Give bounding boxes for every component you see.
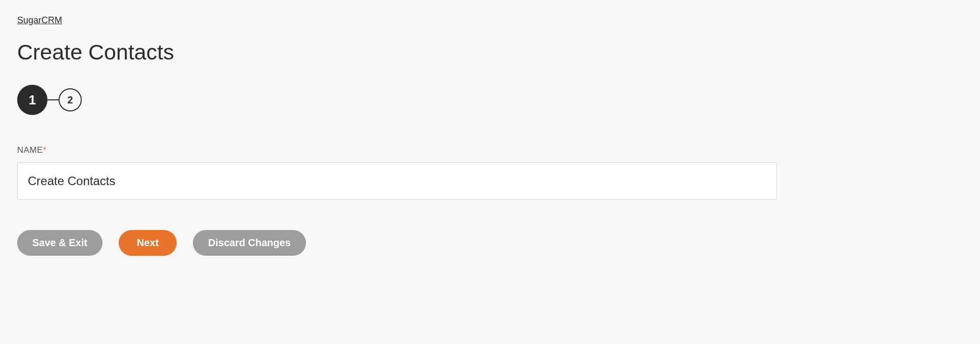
name-input[interactable] [17,162,777,200]
save-exit-button[interactable]: Save & Exit [17,230,102,256]
name-label-text: NAME [17,145,43,155]
next-button[interactable]: Next [119,230,177,256]
page-title: Create Contacts [17,40,963,65]
name-label: NAME* [17,145,963,155]
button-row: Save & Exit Next Discard Changes [17,230,963,256]
required-asterisk: * [43,145,46,155]
step-2[interactable]: 2 [59,88,82,111]
wizard-stepper: 1 2 [17,85,963,115]
breadcrumb-link[interactable]: SugarCRM [17,15,62,26]
step-1[interactable]: 1 [17,85,47,115]
discard-changes-button[interactable]: Discard Changes [193,230,305,256]
step-connector [47,99,59,100]
